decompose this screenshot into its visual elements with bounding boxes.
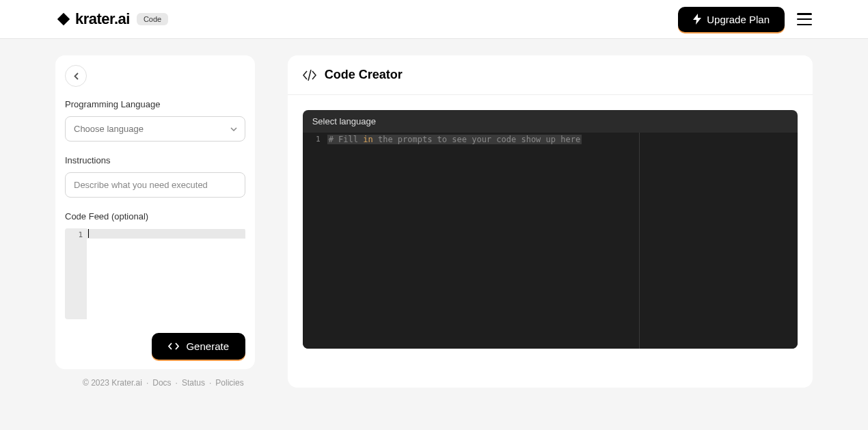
upgrade-label: Upgrade Plan [707, 14, 770, 25]
code-divider [639, 133, 640, 349]
code-icon [168, 342, 179, 351]
logo[interactable]: krater.ai [56, 10, 130, 28]
code-area: Select language 1 # Fill in the prompts … [288, 95, 813, 364]
instructions-input[interactable] [65, 172, 245, 198]
code-gutter: 1 [303, 133, 326, 349]
language-select-wrap [65, 116, 245, 142]
output-panel: Code Creator Select language 1 # Fill in… [288, 55, 813, 388]
upgrade-plan-button[interactable]: Upgrade Plan [678, 7, 785, 32]
code-block-header: Select language [303, 110, 798, 133]
feed-line-1: 1 [78, 230, 83, 239]
feed-gutter: 1 [65, 228, 87, 319]
logo-text: krater.ai [75, 10, 130, 28]
code-body: 1 # Fill in the prompts to see your code… [303, 133, 798, 349]
footer-docs[interactable]: Docs [152, 378, 171, 388]
logo-icon [56, 12, 71, 27]
app-header: krater.ai Code Upgrade Plan [0, 0, 868, 39]
header-right: Upgrade Plan [678, 7, 812, 32]
hamburger-menu-icon[interactable] [797, 13, 812, 25]
left-column: Programming Language Instructions Code F… [55, 55, 271, 388]
copyright: © 2023 Krater.ai [83, 378, 142, 388]
output-header: Code Creator [288, 55, 813, 95]
output-title: Code Creator [325, 68, 403, 82]
line-number-1: 1 [316, 135, 321, 144]
footer: © 2023 Krater.ai · Docs · Status · Polic… [55, 369, 271, 388]
main-content: Programming Language Instructions Code F… [0, 39, 868, 388]
section-badge: Code [137, 13, 168, 25]
input-panel: Programming Language Instructions Code F… [55, 55, 255, 369]
language-label: Programming Language [65, 99, 245, 109]
back-button[interactable] [65, 65, 87, 87]
header-left: krater.ai Code [56, 10, 168, 28]
feed-content[interactable] [87, 228, 245, 319]
generate-button[interactable]: Generate [152, 333, 245, 360]
instructions-label: Instructions [65, 155, 245, 165]
chevron-left-icon [74, 72, 79, 80]
language-select[interactable] [65, 116, 245, 142]
footer-policies[interactable]: Policies [215, 378, 243, 388]
bolt-icon [693, 14, 701, 25]
footer-status[interactable]: Status [182, 378, 205, 388]
code-feed-label: Code Feed (optional) [65, 211, 245, 221]
code-feed-editor[interactable]: 1 [65, 228, 245, 319]
code-icon [303, 70, 316, 81]
code-line-1: # Fill in the prompts to see your code s… [327, 135, 582, 144]
generate-label: Generate [186, 340, 229, 352]
code-content[interactable]: # Fill in the prompts to see your code s… [326, 133, 798, 349]
code-block: Select language 1 # Fill in the prompts … [303, 110, 798, 349]
